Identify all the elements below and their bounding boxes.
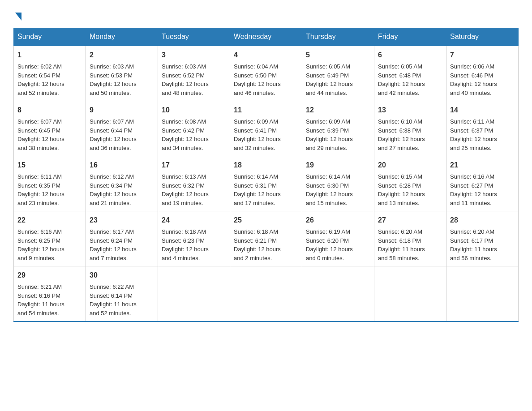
day-info: Sunrise: 6:21 AMSunset: 6:16 PMDaylight:… xyxy=(17,283,82,317)
day-info: Sunrise: 6:12 AMSunset: 6:34 PMDaylight:… xyxy=(90,172,154,207)
day-info: Sunrise: 6:11 AMSunset: 6:35 PMDaylight:… xyxy=(17,172,82,207)
calendar-cell: 6Sunrise: 6:05 AMSunset: 6:48 PMDaylight… xyxy=(374,46,446,101)
day-number: 25 xyxy=(234,215,298,226)
day-info: Sunrise: 6:05 AMSunset: 6:49 PMDaylight:… xyxy=(306,62,370,97)
calendar-cell: 3Sunrise: 6:03 AMSunset: 6:52 PMDaylight… xyxy=(158,46,230,101)
day-info: Sunrise: 6:15 AMSunset: 6:28 PMDaylight:… xyxy=(378,172,442,207)
day-number: 18 xyxy=(234,160,298,171)
calendar-cell: 4Sunrise: 6:04 AMSunset: 6:50 PMDaylight… xyxy=(230,46,302,101)
calendar-cell: 12Sunrise: 6:09 AMSunset: 6:39 PMDayligh… xyxy=(302,101,374,156)
day-info: Sunrise: 6:05 AMSunset: 6:48 PMDaylight:… xyxy=(378,62,442,97)
day-number: 12 xyxy=(306,105,370,116)
day-info: Sunrise: 6:17 AMSunset: 6:24 PMDaylight:… xyxy=(90,227,154,262)
col-header-sunday: Sunday xyxy=(14,28,86,46)
logo-arrow-icon xyxy=(15,13,21,21)
day-info: Sunrise: 6:07 AMSunset: 6:44 PMDaylight:… xyxy=(90,117,154,152)
day-number: 23 xyxy=(90,215,154,226)
day-info: Sunrise: 6:16 AMSunset: 6:27 PMDaylight:… xyxy=(450,172,515,207)
calendar-cell: 27Sunrise: 6:20 AMSunset: 6:18 PMDayligh… xyxy=(374,211,446,266)
day-number: 9 xyxy=(90,105,154,116)
calendar-cell: 13Sunrise: 6:10 AMSunset: 6:38 PMDayligh… xyxy=(374,101,446,156)
calendar-cell: 28Sunrise: 6:20 AMSunset: 6:17 PMDayligh… xyxy=(446,211,519,266)
day-number: 26 xyxy=(306,215,370,226)
day-info: Sunrise: 6:10 AMSunset: 6:38 PMDaylight:… xyxy=(378,117,442,152)
day-number: 13 xyxy=(378,105,442,116)
calendar-cell xyxy=(446,266,519,322)
day-info: Sunrise: 6:06 AMSunset: 6:46 PMDaylight:… xyxy=(450,62,515,97)
col-header-thursday: Thursday xyxy=(302,28,374,46)
calendar-cell: 23Sunrise: 6:17 AMSunset: 6:24 PMDayligh… xyxy=(86,211,158,266)
col-header-tuesday: Tuesday xyxy=(158,28,230,46)
day-info: Sunrise: 6:11 AMSunset: 6:37 PMDaylight:… xyxy=(450,117,515,152)
day-number: 15 xyxy=(17,160,82,171)
day-info: Sunrise: 6:14 AMSunset: 6:31 PMDaylight:… xyxy=(234,172,298,207)
calendar-cell: 19Sunrise: 6:14 AMSunset: 6:30 PMDayligh… xyxy=(302,156,374,211)
calendar-cell: 7Sunrise: 6:06 AMSunset: 6:46 PMDaylight… xyxy=(446,46,519,101)
calendar-cell: 20Sunrise: 6:15 AMSunset: 6:28 PMDayligh… xyxy=(374,156,446,211)
day-number: 21 xyxy=(450,160,515,171)
calendar-cell: 14Sunrise: 6:11 AMSunset: 6:37 PMDayligh… xyxy=(446,101,519,156)
day-info: Sunrise: 6:07 AMSunset: 6:45 PMDaylight:… xyxy=(17,117,82,152)
day-number: 5 xyxy=(306,50,370,60)
calendar-week-row: 29Sunrise: 6:21 AMSunset: 6:16 PMDayligh… xyxy=(14,266,519,322)
day-info: Sunrise: 6:02 AMSunset: 6:54 PMDaylight:… xyxy=(17,62,82,97)
calendar-cell: 25Sunrise: 6:18 AMSunset: 6:21 PMDayligh… xyxy=(230,211,302,266)
day-info: Sunrise: 6:14 AMSunset: 6:30 PMDaylight:… xyxy=(306,172,370,207)
day-info: Sunrise: 6:19 AMSunset: 6:20 PMDaylight:… xyxy=(306,227,370,262)
day-info: Sunrise: 6:03 AMSunset: 6:52 PMDaylight:… xyxy=(162,62,226,97)
calendar-cell: 17Sunrise: 6:13 AMSunset: 6:32 PMDayligh… xyxy=(158,156,230,211)
col-header-saturday: Saturday xyxy=(446,28,519,46)
calendar-cell: 5Sunrise: 6:05 AMSunset: 6:49 PMDaylight… xyxy=(302,46,374,101)
calendar-cell: 1Sunrise: 6:02 AMSunset: 6:54 PMDaylight… xyxy=(14,46,86,101)
logo xyxy=(13,9,21,19)
calendar-cell: 21Sunrise: 6:16 AMSunset: 6:27 PMDayligh… xyxy=(446,156,519,211)
day-info: Sunrise: 6:08 AMSunset: 6:42 PMDaylight:… xyxy=(162,117,226,152)
day-info: Sunrise: 6:18 AMSunset: 6:23 PMDaylight:… xyxy=(162,227,226,262)
calendar-header-row: SundayMondayTuesdayWednesdayThursdayFrid… xyxy=(14,28,519,46)
day-number: 11 xyxy=(234,105,298,116)
day-number: 28 xyxy=(450,215,515,226)
day-info: Sunrise: 6:22 AMSunset: 6:14 PMDaylight:… xyxy=(90,283,154,317)
day-number: 16 xyxy=(90,160,154,171)
col-header-monday: Monday xyxy=(86,28,158,46)
calendar-cell: 8Sunrise: 6:07 AMSunset: 6:45 PMDaylight… xyxy=(14,101,86,156)
day-number: 6 xyxy=(378,50,442,60)
day-number: 14 xyxy=(450,105,515,116)
calendar-table: SundayMondayTuesdayWednesdayThursdayFrid… xyxy=(13,28,519,322)
calendar-week-row: 22Sunrise: 6:16 AMSunset: 6:25 PMDayligh… xyxy=(14,211,519,266)
calendar-cell: 26Sunrise: 6:19 AMSunset: 6:20 PMDayligh… xyxy=(302,211,374,266)
calendar-cell: 16Sunrise: 6:12 AMSunset: 6:34 PMDayligh… xyxy=(86,156,158,211)
day-number: 17 xyxy=(162,160,226,171)
calendar-cell: 29Sunrise: 6:21 AMSunset: 6:16 PMDayligh… xyxy=(14,266,86,322)
col-header-wednesday: Wednesday xyxy=(230,28,302,46)
day-info: Sunrise: 6:04 AMSunset: 6:50 PMDaylight:… xyxy=(234,62,298,97)
day-number: 3 xyxy=(162,50,226,60)
day-info: Sunrise: 6:16 AMSunset: 6:25 PMDaylight:… xyxy=(17,227,82,262)
day-number: 7 xyxy=(450,50,515,60)
calendar-cell xyxy=(230,266,302,322)
calendar-cell: 11Sunrise: 6:09 AMSunset: 6:41 PMDayligh… xyxy=(230,101,302,156)
day-info: Sunrise: 6:03 AMSunset: 6:53 PMDaylight:… xyxy=(90,62,154,97)
calendar-week-row: 8Sunrise: 6:07 AMSunset: 6:45 PMDaylight… xyxy=(14,101,519,156)
day-info: Sunrise: 6:13 AMSunset: 6:32 PMDaylight:… xyxy=(162,172,226,207)
calendar-cell: 10Sunrise: 6:08 AMSunset: 6:42 PMDayligh… xyxy=(158,101,230,156)
calendar-cell: 15Sunrise: 6:11 AMSunset: 6:35 PMDayligh… xyxy=(14,156,86,211)
day-number: 10 xyxy=(162,105,226,116)
calendar-cell: 22Sunrise: 6:16 AMSunset: 6:25 PMDayligh… xyxy=(14,211,86,266)
day-number: 19 xyxy=(306,160,370,171)
col-header-friday: Friday xyxy=(374,28,446,46)
day-info: Sunrise: 6:09 AMSunset: 6:41 PMDaylight:… xyxy=(234,117,298,152)
day-number: 29 xyxy=(17,270,82,281)
day-info: Sunrise: 6:20 AMSunset: 6:18 PMDaylight:… xyxy=(378,227,442,262)
calendar-cell xyxy=(158,266,230,322)
page-header xyxy=(13,9,519,19)
day-number: 22 xyxy=(17,215,82,226)
calendar-cell: 2Sunrise: 6:03 AMSunset: 6:53 PMDaylight… xyxy=(86,46,158,101)
calendar-cell: 18Sunrise: 6:14 AMSunset: 6:31 PMDayligh… xyxy=(230,156,302,211)
day-number: 30 xyxy=(90,270,154,281)
day-number: 20 xyxy=(378,160,442,171)
calendar-week-row: 15Sunrise: 6:11 AMSunset: 6:35 PMDayligh… xyxy=(14,156,519,211)
day-number: 27 xyxy=(378,215,442,226)
day-number: 24 xyxy=(162,215,226,226)
day-number: 2 xyxy=(90,50,154,60)
